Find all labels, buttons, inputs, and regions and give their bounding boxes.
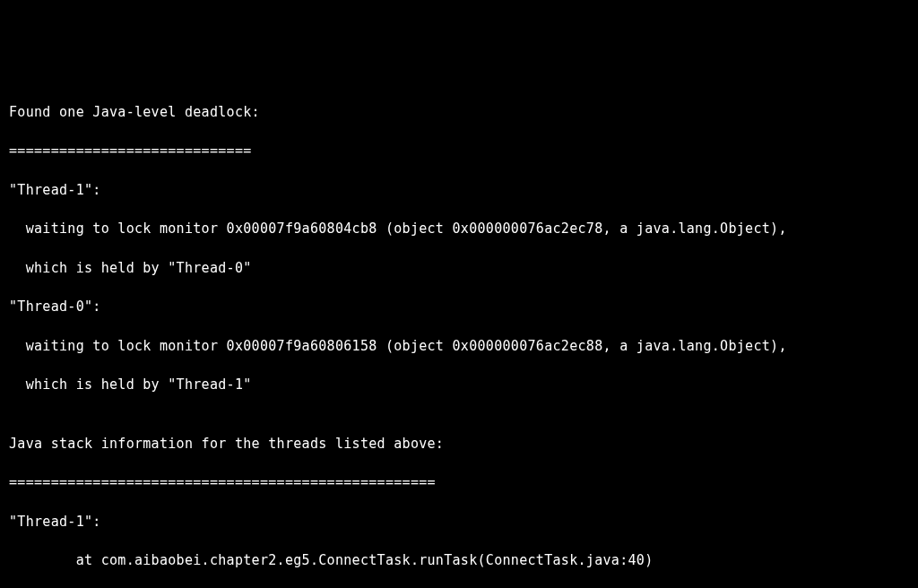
thread1-heldby-line: which is held by "Thread-0" [9, 259, 909, 279]
stackinfo-header: Java stack information for the threads l… [9, 435, 909, 454]
thread0-label: "Thread-0": [9, 298, 909, 317]
separator-line: ========================================… [9, 473, 909, 493]
thread0-heldby-line: which is held by "Thread-1" [9, 376, 909, 395]
stack-thread1-label: "Thread-1": [9, 513, 909, 532]
separator-line: ============================= [9, 142, 909, 161]
thread0-waiting-line: waiting to lock monitor 0x00007f9a608061… [9, 337, 909, 357]
stack-trace-line: at com.aibaobei.chapter2.eg5.ConnectTask… [9, 551, 909, 571]
thread1-waiting-line: waiting to lock monitor 0x00007f9a60804c… [9, 220, 909, 239]
deadlock-header: Found one Java-level deadlock: [9, 103, 909, 123]
thread1-label: "Thread-1": [9, 181, 909, 201]
terminal-output: Found one Java-level deadlock: =========… [9, 83, 909, 588]
